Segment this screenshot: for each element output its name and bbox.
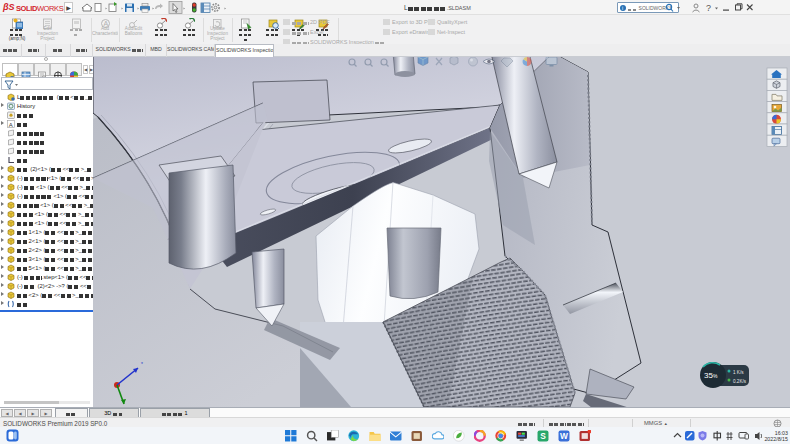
svg-text:A: A — [9, 121, 13, 127]
svg-text:1 K/s: 1 K/s — [733, 370, 744, 375]
svg-text:?: ? — [706, 3, 711, 13]
svg-text:0.2K/s: 0.2K/s — [733, 379, 747, 384]
svg-text:*: * — [141, 361, 143, 367]
svg-text:35%: 35% — [704, 371, 718, 380]
svg-text:W: W — [560, 431, 568, 441]
svg-text:S: S — [540, 431, 546, 441]
